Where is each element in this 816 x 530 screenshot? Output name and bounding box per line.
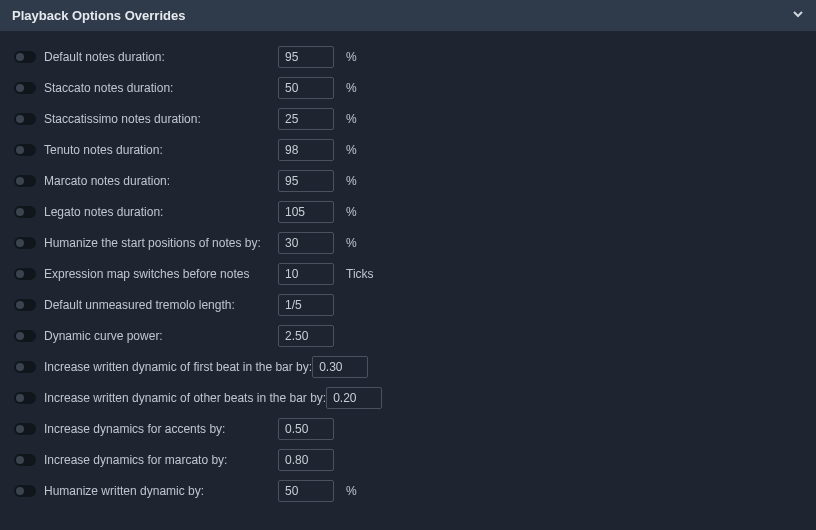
toggle-dynamic-curve-power[interactable] <box>14 330 36 342</box>
input-increase-dynamics-marcato[interactable] <box>278 449 334 471</box>
chevron-down-icon[interactable] <box>792 8 804 23</box>
row-label: Increase dynamics for marcato by: <box>44 453 278 467</box>
row-increase-dynamic-first-beat: Increase written dynamic of first beat i… <box>14 351 802 382</box>
panel-title: Playback Options Overrides <box>12 8 185 23</box>
row-label: Default unmeasured tremolo length: <box>44 298 278 312</box>
toggle-staccato-notes-duration[interactable] <box>14 82 36 94</box>
toggle-staccatissimo-notes-duration[interactable] <box>14 113 36 125</box>
row-staccatissimo-notes-duration: Staccatissimo notes duration: % <box>14 103 802 134</box>
row-label: Default notes duration: <box>44 50 278 64</box>
toggle-humanize-start-positions[interactable] <box>14 237 36 249</box>
toggle-humanize-written-dynamic[interactable] <box>14 485 36 497</box>
row-label: Legato notes duration: <box>44 205 278 219</box>
input-increase-dynamic-other-beats[interactable] <box>326 387 382 409</box>
toggle-increase-dynamics-accents[interactable] <box>14 423 36 435</box>
row-increase-dynamic-other-beats: Increase written dynamic of other beats … <box>14 382 802 413</box>
row-unit: % <box>346 236 376 250</box>
toggle-default-notes-duration[interactable] <box>14 51 36 63</box>
toggle-increase-dynamic-other-beats[interactable] <box>14 392 36 404</box>
row-legato-notes-duration: Legato notes duration: % <box>14 196 802 227</box>
toggle-expression-map-switches[interactable] <box>14 268 36 280</box>
playback-options-panel: Playback Options Overrides Default notes… <box>0 0 816 530</box>
row-unit: % <box>346 484 376 498</box>
row-unit: % <box>346 112 376 126</box>
input-dynamic-curve-power[interactable] <box>278 325 334 347</box>
toggle-increase-dynamics-marcato[interactable] <box>14 454 36 466</box>
row-default-unmeasured-tremolo: Default unmeasured tremolo length: <box>14 289 802 320</box>
row-label: Expression map switches before notes <box>44 267 278 281</box>
input-increase-dynamic-first-beat[interactable] <box>312 356 368 378</box>
row-humanize-start-positions: Humanize the start positions of notes by… <box>14 227 802 258</box>
row-label: Staccatissimo notes duration: <box>44 112 278 126</box>
row-unit: % <box>346 50 376 64</box>
input-humanize-written-dynamic[interactable] <box>278 480 334 502</box>
row-label: Marcato notes duration: <box>44 174 278 188</box>
row-unit: % <box>346 81 376 95</box>
row-increase-dynamics-accents: Increase dynamics for accents by: <box>14 413 802 444</box>
toggle-default-unmeasured-tremolo[interactable] <box>14 299 36 311</box>
row-default-notes-duration: Default notes duration: % <box>14 41 802 72</box>
row-increase-dynamics-marcato: Increase dynamics for marcato by: <box>14 444 802 475</box>
row-label: Increase written dynamic of first beat i… <box>44 360 312 374</box>
toggle-legato-notes-duration[interactable] <box>14 206 36 218</box>
panel-header[interactable]: Playback Options Overrides <box>0 0 816 31</box>
panel-body: Default notes duration: % Staccato notes… <box>0 31 816 530</box>
row-unit: % <box>346 143 376 157</box>
row-label: Humanize the start positions of notes by… <box>44 236 278 250</box>
input-increase-dynamics-accents[interactable] <box>278 418 334 440</box>
row-tenuto-notes-duration: Tenuto notes duration: % <box>14 134 802 165</box>
row-humanize-written-dynamic: Humanize written dynamic by: % <box>14 475 802 506</box>
row-label: Increase written dynamic of other beats … <box>44 391 326 405</box>
input-expression-map-switches[interactable] <box>278 263 334 285</box>
input-tenuto-notes-duration[interactable] <box>278 139 334 161</box>
row-label: Staccato notes duration: <box>44 81 278 95</box>
row-marcato-notes-duration: Marcato notes duration: % <box>14 165 802 196</box>
row-label: Increase dynamics for accents by: <box>44 422 278 436</box>
row-label: Humanize written dynamic by: <box>44 484 278 498</box>
input-staccatissimo-notes-duration[interactable] <box>278 108 334 130</box>
row-unit: % <box>346 174 376 188</box>
row-dynamic-curve-power: Dynamic curve power: <box>14 320 802 351</box>
input-default-notes-duration[interactable] <box>278 46 334 68</box>
input-marcato-notes-duration[interactable] <box>278 170 334 192</box>
row-label: Tenuto notes duration: <box>44 143 278 157</box>
row-unit: Ticks <box>346 267 376 281</box>
row-staccato-notes-duration: Staccato notes duration: % <box>14 72 802 103</box>
input-staccato-notes-duration[interactable] <box>278 77 334 99</box>
input-default-unmeasured-tremolo[interactable] <box>278 294 334 316</box>
row-expression-map-switches: Expression map switches before notes Tic… <box>14 258 802 289</box>
input-humanize-start-positions[interactable] <box>278 232 334 254</box>
row-label: Dynamic curve power: <box>44 329 278 343</box>
input-legato-notes-duration[interactable] <box>278 201 334 223</box>
toggle-marcato-notes-duration[interactable] <box>14 175 36 187</box>
toggle-tenuto-notes-duration[interactable] <box>14 144 36 156</box>
toggle-increase-dynamic-first-beat[interactable] <box>14 361 36 373</box>
row-unit: % <box>346 205 376 219</box>
